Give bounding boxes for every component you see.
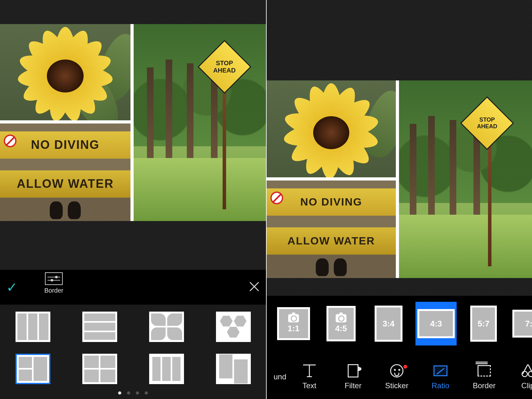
ratio-icon [433, 364, 448, 378]
text-icon [302, 364, 317, 378]
tab-border[interactable]: Border [462, 360, 506, 390]
layout-option-5[interactable] [76, 351, 124, 387]
board-line1: NO DIVING [31, 138, 99, 152]
tab-label: Filter [345, 381, 361, 390]
right-gap-strip [267, 278, 532, 296]
ratio-option-4-5[interactable]: 4:5 [320, 302, 362, 345]
camera-icon [336, 314, 346, 322]
ratio-label: 1:1 [288, 324, 300, 333]
notification-dot [403, 365, 407, 369]
no-diving-icon [270, 192, 283, 204]
ratio-option-7-5[interactable]: 7:5 [510, 302, 532, 345]
border-control-bar: ✓ Border [0, 270, 266, 305]
pager-dot-3[interactable] [145, 391, 148, 395]
pager-dot-0[interactable] [118, 391, 121, 395]
tab-label: Text [302, 381, 316, 390]
collage-cell-forest[interactable]: STOP AHEAD [134, 24, 267, 221]
ratio-option-3-4[interactable]: 3:4 [368, 302, 409, 345]
tab-ratio[interactable]: Ratio [419, 360, 462, 390]
tab-label: Clip [521, 381, 532, 390]
border-tool[interactable]: Border [44, 272, 63, 294]
tab-clip[interactable]: Clip [506, 360, 532, 390]
ratio-option-5-7[interactable]: 5:7 [463, 302, 504, 345]
layout-option-2[interactable] [142, 308, 190, 345]
ratio-label: 4:5 [335, 324, 347, 333]
left-collage-canvas[interactable]: NO DIVING ALLOW WATER STOP AHEAD [0, 24, 266, 221]
layout-option-1[interactable] [76, 308, 124, 345]
ratio-option-1-1[interactable]: 1:1 [273, 302, 314, 345]
tab-label: und [274, 372, 286, 381]
ratio-label: 7:5 [525, 319, 532, 329]
left-mid-strip [0, 221, 266, 270]
layout-option-4[interactable] [9, 351, 57, 387]
cancel-button[interactable] [249, 281, 260, 293]
border-icon [477, 364, 491, 378]
border-label: Border [44, 287, 63, 294]
pager-dot-1[interactable] [127, 391, 130, 395]
ratio-option-4-3[interactable]: 4:3 [415, 302, 457, 345]
layout-grid [0, 305, 266, 387]
tab-label: Sticker [385, 381, 408, 390]
confirm-button[interactable]: ✓ [6, 280, 17, 295]
layout-option-0[interactable] [9, 308, 57, 345]
tab-und[interactable]: und [267, 369, 288, 381]
pager-dot-2[interactable] [136, 391, 139, 395]
sliders-icon [45, 272, 63, 285]
collage-cell-forest[interactable]: STOP AHEAD [399, 80, 532, 278]
scissors-icon [521, 364, 532, 378]
right-top-strip [267, 0, 532, 80]
collage-cell-flower[interactable] [267, 80, 396, 177]
board-line2: ALLOW WATER [17, 177, 114, 191]
collage-cell-board[interactable]: NO DIVING ALLOW WATER [0, 124, 130, 221]
ratio-label: 5:7 [478, 319, 490, 329]
left-screenshot: NO DIVING ALLOW WATER STOP AHEAD ✓ [0, 0, 267, 399]
tab-sticker[interactable]: Sticker [375, 360, 419, 390]
ratio-label: 4:3 [430, 319, 442, 329]
camera-icon [288, 314, 299, 322]
layout-option-7[interactable] [209, 351, 257, 387]
left-top-strip [0, 0, 266, 24]
smiley-icon [390, 364, 404, 378]
layout-pager[interactable] [0, 387, 266, 399]
collage-cell-board[interactable]: NO DIVING ALLOW WATER [267, 180, 396, 278]
tab-label: Ratio [432, 381, 449, 390]
right-collage-canvas[interactable]: NO DIVING ALLOW WATER STOP AHEAD [267, 80, 532, 278]
board-line1: NO DIVING [300, 196, 362, 208]
layout-option-3[interactable] [209, 308, 257, 345]
filter-icon [346, 364, 360, 378]
board-line2: ALLOW WATER [288, 235, 375, 247]
no-diving-icon [4, 135, 16, 147]
ratio-strip[interactable]: 1:14:53:44:35:77:5 [267, 296, 532, 352]
tab-text[interactable]: Text [288, 360, 331, 390]
right-screenshot: NO DIVING ALLOW WATER STOP AHEAD 1:14:53… [267, 0, 532, 399]
layout-option-6[interactable] [142, 351, 190, 387]
ratio-label: 3:4 [383, 319, 395, 329]
tab-label: Border [473, 381, 496, 390]
bottom-tabbar: undTextFilterStickerRatioBorderClip [267, 352, 532, 399]
collage-cell-flower[interactable] [0, 24, 130, 120]
tab-filter[interactable]: Filter [331, 360, 375, 390]
